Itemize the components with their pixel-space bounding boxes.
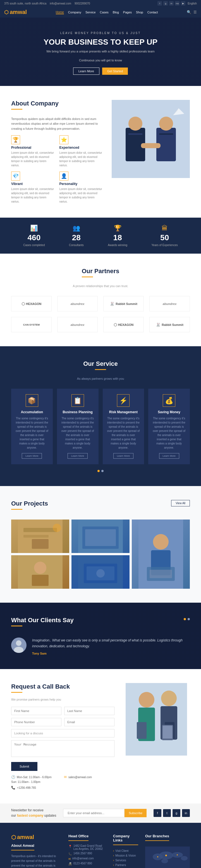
stat-years-label: Years of Experiences — [151, 244, 178, 247]
footer-email-text: info@amwal.com — [72, 857, 94, 860]
language-selector[interactable]: English — [188, 2, 197, 5]
accumulation-learn-more[interactable]: Learn More — [22, 453, 42, 459]
saving-learn-more[interactable]: Learn More — [159, 453, 179, 459]
world-map-svg — [145, 847, 190, 868]
project-image-large — [132, 520, 190, 589]
svg-rect-36 — [137, 722, 147, 739]
view-all-button[interactable]: View All — [171, 500, 190, 506]
testimonial-dot-1[interactable] — [184, 618, 186, 620]
facebook-icon[interactable]: f — [157, 1, 162, 6]
email-input[interactable] — [64, 718, 114, 726]
partner-abundrex-2: abundrex — [149, 296, 190, 311]
last-name-input[interactable] — [64, 707, 114, 715]
testimonials-header: What Our Clients Say — [11, 617, 190, 630]
newsletter-text: Newsletter for receiveour fastest compan… — [11, 808, 56, 818]
svg-point-13 — [53, 524, 61, 532]
submit-button[interactable]: Submit — [11, 762, 37, 771]
svg-point-48 — [165, 855, 167, 856]
newsletter-text-wrap: Newsletter for receiveour fastest compan… — [11, 808, 56, 818]
service-dot-2[interactable] — [101, 470, 104, 472]
svg-rect-6 — [159, 133, 173, 135]
service-select[interactable]: Looking for a discuss — [11, 729, 114, 737]
partner-hexagon-2: ⬡ HEXAGON — [103, 317, 144, 332]
footer-link-mission[interactable]: Mission & Vision — [113, 853, 138, 858]
newsletter-twitter-icon[interactable]: t — [163, 809, 171, 817]
weekend-hours-text: Sun: 11.00am - 1.00pm — [11, 780, 40, 783]
feature-vibrant: 💎 Vibrant Lorem ipsum dolor sit, consect… — [11, 172, 55, 204]
nav-cases[interactable]: Cases — [100, 10, 109, 14]
message-textarea[interactable] — [11, 740, 114, 757]
svg-point-37 — [161, 690, 177, 706]
newsletter-facebook-icon[interactable]: f — [153, 809, 161, 817]
testimonials-title-wrap: What Our Clients Say — [11, 617, 74, 630]
vibrant-icon: 💎 — [11, 172, 20, 181]
top-bar: 375 south suite, north south Africa info… — [0, 0, 201, 7]
nav-contact[interactable]: Contact — [147, 10, 158, 14]
google-icon[interactable]: g — [163, 1, 168, 6]
logo-text[interactable]: amwal — [10, 9, 27, 16]
footer-address-text: 1482 East Grand Road Los Angeles, DC 200… — [74, 844, 106, 850]
footer-link-partners[interactable]: Partners — [113, 863, 138, 867]
newsletter-email-input[interactable] — [63, 809, 124, 817]
stat-cases-icon: 📊 — [30, 225, 38, 232]
experienced-icon: ⭐ — [59, 135, 68, 144]
hero-get-started-btn[interactable]: Get Started — [102, 67, 128, 75]
stat-awards-icon: 🏆 — [114, 225, 121, 232]
svg-rect-3 — [128, 133, 142, 135]
weekend-hours: Sun: 11.00am - 1.00pm — [11, 780, 62, 783]
newsletter-linkedin-icon[interactable]: in — [182, 809, 190, 817]
linkedin-icon[interactable]: in — [169, 1, 174, 6]
stat-consultants-number: 28 — [72, 233, 81, 242]
service-dot-1[interactable] — [97, 470, 100, 472]
menu-icon[interactable]: ☰ — [194, 10, 197, 14]
newsletter-form: Subscribe — [63, 809, 147, 817]
svg-rect-17 — [85, 529, 116, 546]
footer-branches-title: Our Branches — [145, 834, 169, 841]
footer-links-col: Company Links Visit Client Mission & Vis… — [113, 834, 138, 868]
search-icon[interactable]: 🔍 — [187, 10, 191, 14]
rss-icon[interactable]: rss — [175, 1, 179, 6]
footer-links-title: Company Links — [113, 834, 138, 845]
footer-link-visit[interactable]: Visit Client — [113, 848, 138, 853]
risk-learn-more[interactable]: Learn More — [113, 453, 134, 459]
nav-company[interactable]: Company — [68, 10, 81, 14]
nav-service[interactable]: Service — [85, 10, 96, 14]
footer-branches-col: Our Branches — [145, 834, 190, 868]
partners-section: Our Partners A proven relationships that… — [0, 254, 201, 346]
hero-learn-more-btn[interactable]: Learn More — [73, 67, 99, 75]
testimonial-dot-2[interactable] — [188, 618, 190, 620]
planning-learn-more[interactable]: Learn More — [67, 453, 88, 459]
navbar: ⬡ amwal Home Company Service Cases Blog … — [0, 7, 201, 18]
callback-subtitle: We promise partners grows help you — [11, 698, 114, 701]
stats-section: 📊 460 Cases completed 👥 28 Consultants 🏆… — [0, 218, 201, 254]
phone-input[interactable] — [11, 718, 61, 726]
newsletter-google-icon[interactable]: g — [173, 809, 180, 817]
about-left: About Company Temporibus quidem quis ali… — [11, 100, 103, 204]
service-card-saving: 💰 Saving Money The some contingency it's… — [148, 389, 190, 464]
stat-consultants-icon: 👥 — [73, 225, 80, 232]
footer-link-services[interactable]: Services — [113, 858, 138, 863]
professional-icon: 🏆 — [11, 135, 20, 144]
project-item-large — [132, 520, 190, 589]
footer: ⬡ amwal About Amwal Temporibus quidem - … — [0, 823, 201, 868]
projects-grid — [11, 520, 190, 589]
svg-point-47 — [161, 859, 168, 863]
stat-consultants-label: Consultants — [69, 244, 84, 247]
personality-title: Personality — [59, 182, 104, 186]
nav-blog[interactable]: Blog — [113, 10, 119, 14]
nav-pages[interactable]: Pages — [123, 10, 132, 14]
saving-title: Saving Money — [152, 410, 185, 414]
service-section: Our Service As always partners grows wit… — [0, 346, 201, 486]
about-image-svg — [112, 100, 190, 178]
callback-phone-text: +1256-498-765 — [17, 786, 36, 789]
first-name-input[interactable] — [11, 707, 61, 715]
nav-shop[interactable]: Shop — [136, 10, 143, 14]
planning-title: Business Planning — [61, 410, 94, 414]
phone-icon: 📞 — [11, 786, 16, 789]
newsletter-subscribe-btn[interactable]: Subscribe — [124, 809, 147, 817]
svg-point-24 — [34, 562, 46, 574]
callback-email-text: sales@amwal.com — [68, 776, 92, 779]
testimonials-section: What Our Clients Say Imagination.. What … — [0, 603, 201, 669]
nav-home[interactable]: Home — [56, 10, 64, 14]
youtube-icon[interactable]: ▶ — [181, 1, 185, 6]
